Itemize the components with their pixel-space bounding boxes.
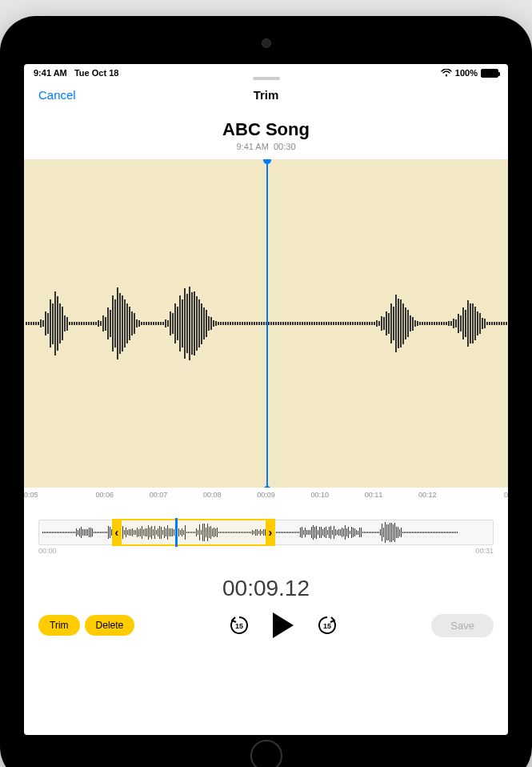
mini-waveform-bar: [415, 532, 416, 533]
trim-handle-right[interactable]: ›: [266, 520, 275, 544]
mini-waveform-bar: [399, 529, 400, 536]
waveform-bar: [448, 321, 450, 326]
mini-waveform-bar: [351, 527, 352, 537]
waveform-bar: [232, 322, 234, 325]
waveform-bar: [390, 303, 392, 343]
waveform-bar: [455, 319, 457, 327]
mini-waveform-bar: [394, 523, 395, 542]
waveform-bar: [386, 311, 387, 335]
waveform-bar: [446, 322, 447, 324]
mini-waveform-bar: [68, 532, 69, 533]
mini-playhead[interactable]: [175, 518, 178, 547]
waveform-bar: [352, 322, 354, 325]
waveform-bar: [110, 310, 111, 337]
waveform-bar: [472, 303, 474, 343]
waveform-main[interactable]: [24, 159, 508, 488]
mini-waveform-bar: [52, 532, 53, 533]
mini-waveform-bar: [446, 532, 446, 533]
home-button[interactable]: [250, 740, 282, 767]
waveform-bar: [186, 294, 188, 354]
mini-waveform-bar: [55, 532, 56, 533]
waveform-bar: [102, 315, 104, 331]
waveform-bar: [458, 314, 459, 333]
mini-time-labels: 00:00 00:31: [38, 547, 494, 555]
mini-waveform-bar: [314, 527, 315, 538]
trim-button[interactable]: Trim: [38, 615, 80, 636]
waveform-bar: [340, 322, 342, 324]
mini-waveform-bar: [332, 530, 333, 534]
waveform-bar: [309, 322, 310, 325]
mini-waveform-bar: [279, 532, 280, 533]
play-button[interactable]: [273, 612, 294, 638]
mini-waveform-bar: [380, 529, 381, 536]
waveform-bar: [374, 322, 375, 324]
mini-waveform-bar: [455, 532, 456, 533]
mini-waveform-bar: [110, 527, 110, 538]
playhead[interactable]: [266, 159, 268, 488]
waveform-bar: [71, 322, 73, 324]
ruler-tick: 00:10: [293, 491, 346, 499]
mini-waveform-bar: [95, 532, 96, 533]
mini-waveform-bar: [418, 532, 419, 533]
mini-waveform-bar: [402, 532, 403, 533]
sheet-grabber[interactable]: [253, 77, 280, 80]
skip-back-button[interactable]: 15: [228, 614, 250, 636]
trim-handle-left[interactable]: ‹: [112, 520, 122, 544]
waveform-bar: [285, 322, 286, 325]
waveform-bar: [93, 322, 94, 325]
mini-waveform-bar: [289, 532, 290, 533]
waveform-bar: [57, 296, 58, 351]
waveform-bar: [69, 322, 70, 325]
waveform-bar: [50, 299, 51, 347]
mini-waveform-bar: [281, 532, 282, 533]
waveform-bar: [364, 322, 366, 324]
ruler-tick: 0:05: [24, 491, 78, 499]
waveform-bar: [376, 320, 378, 327]
trim-selection[interactable]: ‹ ›: [112, 519, 275, 546]
waveform-bar: [165, 319, 166, 327]
waveform-bar: [59, 303, 61, 343]
waveform-bar: [141, 322, 142, 325]
waveform-bar: [107, 307, 109, 339]
mini-waveform-bar: [294, 532, 294, 533]
waveform-bar: [98, 320, 99, 327]
mini-waveform-bar: [286, 532, 286, 533]
mini-waveform-bar: [79, 528, 80, 536]
cancel-button[interactable]: Cancel: [38, 88, 76, 102]
waveform-bar: [357, 322, 358, 325]
waveform-bar: [333, 322, 334, 325]
mini-waveform-bar: [58, 532, 59, 533]
mini-waveform-bar: [73, 532, 74, 533]
current-time-display: 00:09.12: [24, 569, 508, 612]
ruler-tick: 00:12: [401, 491, 454, 499]
delete-button[interactable]: Delete: [85, 615, 135, 636]
mini-waveform-bar: [44, 532, 45, 533]
mini-waveform-bar: [78, 530, 78, 536]
mini-waveform-bar: [63, 532, 64, 533]
waveform-bar: [429, 322, 430, 325]
waveform-bar: [126, 303, 128, 343]
mini-waveform-bar: [321, 527, 322, 538]
waveform-bar: [83, 322, 85, 325]
mini-waveform-bar: [71, 532, 72, 533]
waveform-bar: [438, 322, 440, 325]
waveform-bar: [306, 322, 308, 324]
save-button[interactable]: Save: [431, 614, 494, 637]
skip-forward-button[interactable]: 15: [316, 614, 338, 636]
mini-waveform-bar: [385, 522, 386, 543]
mini-waveform-bar: [81, 527, 82, 538]
waveform-bar: [395, 295, 397, 352]
waveform-bar: [414, 320, 416, 327]
waveform-bar: [484, 319, 486, 328]
waveform-bar: [225, 322, 226, 324]
mini-waveform-bar: [335, 529, 336, 536]
waveform-bar: [462, 307, 464, 339]
mini-waveform-bar: [102, 532, 102, 533]
mini-waveform-bar: [422, 532, 422, 533]
mini-waveform-bar: [340, 529, 341, 536]
status-right: 100%: [441, 68, 498, 78]
mini-track[interactable]: ‹ ›: [38, 520, 494, 545]
mini-waveform-bar: [319, 527, 320, 538]
mini-waveform-bar: [428, 532, 429, 533]
mini-waveform-bar: [369, 532, 370, 533]
